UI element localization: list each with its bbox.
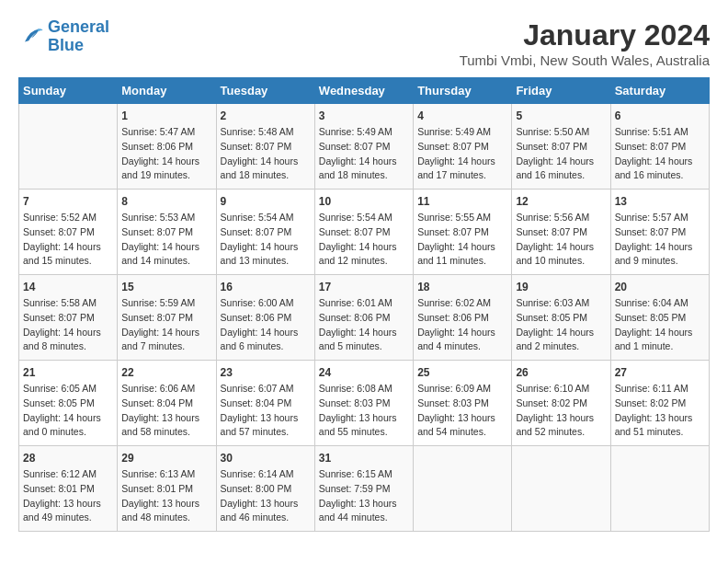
day-info: Sunrise: 5:53 AMSunset: 8:07 PMDaylight:… [121,211,211,269]
page-title: January 2024 [460,18,710,52]
day-info: Sunrise: 5:52 AMSunset: 8:07 PMDaylight:… [23,211,113,269]
day-info: Sunrise: 5:51 AMSunset: 8:07 PMDaylight:… [615,125,705,183]
day-info: Sunrise: 6:02 AMSunset: 8:06 PMDaylight:… [417,296,507,354]
calendar-cell: 10 Sunrise: 5:54 AMSunset: 8:07 PMDaylig… [314,190,413,275]
calendar-week-row: 14 Sunrise: 5:58 AMSunset: 8:07 PMDaylig… [19,275,710,361]
day-info: Sunrise: 5:59 AMSunset: 8:07 PMDaylight:… [121,296,211,354]
logo-text: General Blue [48,18,109,55]
day-info: Sunrise: 5:58 AMSunset: 8:07 PMDaylight:… [23,296,113,354]
header-monday: Monday [118,78,216,104]
calendar-cell: 23 Sunrise: 6:07 AMSunset: 8:04 PMDaylig… [216,361,314,446]
calendar-cell: 18 Sunrise: 6:02 AMSunset: 8:06 PMDaylig… [414,275,512,361]
day-info: Sunrise: 6:14 AMSunset: 8:00 PMDaylight:… [221,467,311,525]
day-info: Sunrise: 6:15 AMSunset: 7:59 PMDaylight:… [319,467,409,525]
calendar-cell: 16 Sunrise: 6:00 AMSunset: 8:06 PMDaylig… [216,275,314,361]
day-info: Sunrise: 5:54 AMSunset: 8:07 PMDaylight:… [221,211,311,269]
day-number: 12 [516,195,606,208]
calendar-cell: 2 Sunrise: 5:48 AMSunset: 8:07 PMDayligh… [216,104,314,190]
calendar-cell: 31 Sunrise: 6:15 AMSunset: 7:59 PMDaylig… [314,446,413,532]
calendar-header-row: SundayMondayTuesdayWednesdayThursdayFrid… [19,78,710,104]
day-number: 8 [121,195,211,208]
day-info: Sunrise: 5:49 AMSunset: 8:07 PMDaylight:… [319,125,409,183]
day-number: 19 [516,281,606,293]
calendar-week-row: 1 Sunrise: 5:47 AMSunset: 8:06 PMDayligh… [19,104,710,190]
calendar-cell: 5 Sunrise: 5:50 AMSunset: 8:07 PMDayligh… [512,104,610,190]
calendar-cell: 25 Sunrise: 6:09 AMSunset: 8:03 PMDaylig… [414,361,512,446]
day-number: 5 [516,109,606,122]
title-block: January 2024 Tumbi Vmbi, New South Wales… [460,18,710,68]
logo-icon [18,24,44,50]
header-wednesday: Wednesday [314,78,413,104]
header-friday: Friday [512,78,610,104]
day-info: Sunrise: 6:10 AMSunset: 8:02 PMDaylight:… [516,382,606,440]
calendar-cell: 20 Sunrise: 6:04 AMSunset: 8:05 PMDaylig… [610,275,709,361]
calendar-cell: 17 Sunrise: 6:01 AMSunset: 8:06 PMDaylig… [314,275,413,361]
day-number: 10 [319,195,409,208]
day-info: Sunrise: 6:01 AMSunset: 8:06 PMDaylight:… [319,296,409,354]
day-number: 13 [615,195,705,208]
calendar-cell: 15 Sunrise: 5:59 AMSunset: 8:07 PMDaylig… [118,275,216,361]
day-info: Sunrise: 6:11 AMSunset: 8:02 PMDaylight:… [615,382,705,440]
day-number: 20 [615,281,705,293]
calendar-cell [414,446,512,532]
page-subtitle: Tumbi Vmbi, New South Wales, Australia [460,52,710,68]
calendar-cell: 19 Sunrise: 6:03 AMSunset: 8:05 PMDaylig… [512,275,610,361]
day-info: Sunrise: 5:48 AMSunset: 8:07 PMDaylight:… [221,125,311,183]
day-info: Sunrise: 5:55 AMSunset: 8:07 PMDaylight:… [417,211,507,269]
calendar-cell: 12 Sunrise: 5:56 AMSunset: 8:07 PMDaylig… [512,190,610,275]
day-number: 6 [615,109,705,122]
calendar-cell: 6 Sunrise: 5:51 AMSunset: 8:07 PMDayligh… [610,104,709,190]
day-info: Sunrise: 6:13 AMSunset: 8:01 PMDaylight:… [121,467,211,525]
day-number: 22 [121,366,211,379]
calendar-week-row: 28 Sunrise: 6:12 AMSunset: 8:01 PMDaylig… [19,446,710,532]
day-number: 28 [23,452,113,465]
day-number: 21 [23,366,113,379]
calendar-cell: 13 Sunrise: 5:57 AMSunset: 8:07 PMDaylig… [610,190,709,275]
calendar-week-row: 7 Sunrise: 5:52 AMSunset: 8:07 PMDayligh… [19,190,710,275]
day-info: Sunrise: 6:03 AMSunset: 8:05 PMDaylight:… [516,296,606,354]
day-number: 4 [417,109,507,122]
day-number: 16 [221,281,311,293]
calendar-cell: 27 Sunrise: 6:11 AMSunset: 8:02 PMDaylig… [610,361,709,446]
day-info: Sunrise: 5:54 AMSunset: 8:07 PMDaylight:… [319,211,409,269]
calendar-cell [610,446,709,532]
day-number: 29 [121,452,211,465]
calendar-cell: 1 Sunrise: 5:47 AMSunset: 8:06 PMDayligh… [118,104,216,190]
header-sunday: Sunday [19,78,118,104]
day-number: 26 [516,366,606,379]
day-number: 25 [417,366,507,379]
day-info: Sunrise: 5:47 AMSunset: 8:06 PMDaylight:… [121,125,211,183]
day-info: Sunrise: 6:06 AMSunset: 8:04 PMDaylight:… [121,382,211,440]
calendar-cell: 28 Sunrise: 6:12 AMSunset: 8:01 PMDaylig… [19,446,118,532]
day-info: Sunrise: 5:57 AMSunset: 8:07 PMDaylight:… [615,211,705,269]
day-info: Sunrise: 6:04 AMSunset: 8:05 PMDaylight:… [615,296,705,354]
day-number: 31 [319,452,409,465]
calendar-cell [512,446,610,532]
calendar-cell: 3 Sunrise: 5:49 AMSunset: 8:07 PMDayligh… [314,104,413,190]
day-info: Sunrise: 6:08 AMSunset: 8:03 PMDaylight:… [319,382,409,440]
day-number: 27 [615,366,705,379]
day-info: Sunrise: 5:49 AMSunset: 8:07 PMDaylight:… [417,125,507,183]
calendar-cell [19,104,118,190]
day-number: 9 [221,195,311,208]
calendar-week-row: 21 Sunrise: 6:05 AMSunset: 8:05 PMDaylig… [19,361,710,446]
header-thursday: Thursday [414,78,512,104]
day-number: 3 [319,109,409,122]
day-number: 18 [417,281,507,293]
day-number: 30 [221,452,311,465]
day-number: 14 [23,281,113,293]
day-number: 1 [121,109,211,122]
calendar-cell: 30 Sunrise: 6:14 AMSunset: 8:00 PMDaylig… [216,446,314,532]
logo: General Blue [18,18,109,55]
calendar-cell: 4 Sunrise: 5:49 AMSunset: 8:07 PMDayligh… [414,104,512,190]
calendar-table: SundayMondayTuesdayWednesdayThursdayFrid… [18,77,710,532]
day-info: Sunrise: 5:50 AMSunset: 8:07 PMDaylight:… [516,125,606,183]
day-info: Sunrise: 6:05 AMSunset: 8:05 PMDaylight:… [23,382,113,440]
calendar-cell: 7 Sunrise: 5:52 AMSunset: 8:07 PMDayligh… [19,190,118,275]
calendar-cell: 8 Sunrise: 5:53 AMSunset: 8:07 PMDayligh… [118,190,216,275]
day-number: 11 [417,195,507,208]
day-number: 23 [221,366,311,379]
calendar-cell: 11 Sunrise: 5:55 AMSunset: 8:07 PMDaylig… [414,190,512,275]
header-saturday: Saturday [610,78,709,104]
calendar-cell: 14 Sunrise: 5:58 AMSunset: 8:07 PMDaylig… [19,275,118,361]
